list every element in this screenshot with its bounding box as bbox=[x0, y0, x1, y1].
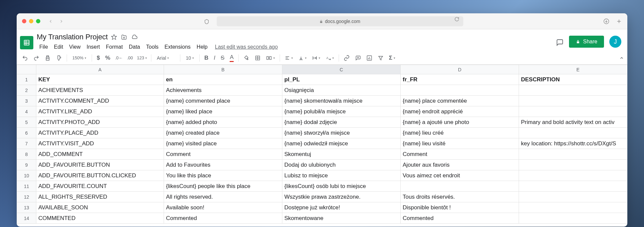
cell[interactable]: Skomentowane bbox=[282, 213, 401, 224]
spreadsheet-grid[interactable]: ABCDE 1KEYenpl_PLfr_FRDESCRIPTION2ACHIEV… bbox=[17, 65, 627, 224]
cell[interactable]: ACTIVITY.COMMENT_ADD bbox=[36, 96, 164, 106]
row-header[interactable]: 8 bbox=[17, 149, 36, 160]
menu-view[interactable]: View bbox=[66, 43, 83, 51]
menu-file[interactable]: File bbox=[37, 43, 51, 51]
cell[interactable]: KEY bbox=[36, 74, 164, 85]
cell[interactable] bbox=[519, 202, 628, 213]
cell[interactable]: ACTIVITY.VISIT_ADD bbox=[36, 138, 164, 149]
cell[interactable]: Comment bbox=[401, 149, 519, 160]
paint-format-button[interactable] bbox=[54, 54, 64, 62]
cell[interactable]: ADD_FAVOURITE.BUTTON.CLICKED bbox=[36, 170, 164, 181]
back-button[interactable] bbox=[48, 18, 53, 25]
downloads-icon[interactable] bbox=[603, 18, 609, 25]
text-wrap-button[interactable] bbox=[310, 54, 322, 62]
row-header[interactable]: 9 bbox=[17, 160, 36, 170]
cell[interactable]: ADD_COMMENT bbox=[36, 149, 164, 160]
cell[interactable]: COMMENTED bbox=[36, 213, 164, 224]
window-minimize-button[interactable] bbox=[29, 19, 33, 23]
decrease-decimal-button[interactable]: .0← bbox=[114, 55, 124, 60]
menu-data[interactable]: Data bbox=[126, 43, 143, 51]
cell[interactable]: You like this place bbox=[164, 170, 282, 181]
cell[interactable]: Tous droits réservés. bbox=[401, 192, 519, 202]
menu-extensions[interactable]: Extensions bbox=[162, 43, 193, 51]
new-tab-icon[interactable] bbox=[616, 18, 622, 25]
cell[interactable]: ACHIEVEMENTS bbox=[36, 85, 164, 96]
menu-format[interactable]: Format bbox=[103, 43, 126, 51]
more-formats-button[interactable]: 123 bbox=[136, 55, 149, 60]
cell[interactable]: key location: https://shottr.cc/s/DXgt/S bbox=[519, 138, 628, 149]
privacy-shield-icon[interactable] bbox=[204, 18, 209, 24]
text-rotation-button[interactable]: A bbox=[324, 54, 336, 62]
cell[interactable]: Commented bbox=[164, 213, 282, 224]
avatar[interactable]: J bbox=[609, 36, 621, 48]
merge-cells-button[interactable] bbox=[264, 54, 277, 62]
comment-history-icon[interactable] bbox=[556, 37, 564, 46]
cell[interactable]: en bbox=[164, 74, 282, 85]
column-header-C[interactable]: C bbox=[282, 65, 401, 74]
insert-link-button[interactable] bbox=[342, 54, 352, 62]
cell[interactable] bbox=[519, 85, 628, 96]
cell[interactable] bbox=[519, 106, 628, 117]
currency-button[interactable]: $ bbox=[95, 53, 102, 63]
filter-button[interactable] bbox=[376, 54, 386, 62]
insert-chart-button[interactable] bbox=[364, 54, 374, 62]
cell[interactable]: {name} stworzył/a miejsce bbox=[282, 128, 401, 138]
horizontal-align-button[interactable] bbox=[283, 54, 295, 62]
fill-color-button[interactable] bbox=[241, 54, 251, 62]
address-bar[interactable]: docs.google.com bbox=[217, 16, 463, 26]
cell[interactable]: {name} odwiedził miejsce bbox=[282, 138, 401, 149]
cell[interactable]: {name} endroit apprécié bbox=[401, 106, 519, 117]
cell[interactable]: Skomentuj bbox=[282, 149, 401, 160]
column-header-E[interactable]: E bbox=[519, 65, 628, 74]
column-header-D[interactable]: D bbox=[401, 65, 519, 74]
cell[interactable]: {name} created place bbox=[164, 128, 282, 138]
document-title[interactable]: My Translation Project bbox=[37, 33, 108, 41]
cell[interactable]: ACTIVITY.PLACE_ADD bbox=[36, 128, 164, 138]
row-header[interactable]: 4 bbox=[17, 106, 36, 117]
redo-button[interactable] bbox=[31, 54, 41, 62]
cell[interactable]: ADD_FAVOURITE.BUTTON bbox=[36, 160, 164, 170]
reload-icon[interactable] bbox=[454, 16, 459, 22]
undo-button[interactable] bbox=[20, 54, 30, 62]
cell[interactable] bbox=[519, 128, 628, 138]
cell[interactable] bbox=[401, 181, 519, 192]
cell[interactable]: Dostępne już wkrótce! bbox=[282, 202, 401, 213]
font-size-select[interactable]: 10 bbox=[183, 55, 197, 61]
cell[interactable]: Achievements bbox=[164, 85, 282, 96]
cell[interactable]: DESCRIPTION bbox=[519, 74, 628, 85]
cell[interactable]: All rights reserved. bbox=[164, 192, 282, 202]
cell[interactable]: fr_FR bbox=[401, 74, 519, 85]
italic-button[interactable]: I bbox=[212, 53, 217, 63]
share-button[interactable]: Share bbox=[569, 36, 604, 48]
menu-edit[interactable]: Edit bbox=[51, 43, 66, 51]
zoom-select[interactable]: 150% bbox=[70, 55, 89, 60]
strikethrough-button[interactable]: S bbox=[219, 53, 226, 63]
cell[interactable] bbox=[519, 149, 628, 160]
insert-comment-button[interactable] bbox=[353, 54, 363, 62]
cell[interactable]: ADD_FAVOURITE.COUNT bbox=[36, 181, 164, 192]
cell[interactable] bbox=[519, 160, 628, 170]
cell[interactable]: Add to Favourites bbox=[164, 160, 282, 170]
cell[interactable]: Osiągnięcia bbox=[282, 85, 401, 96]
row-header[interactable]: 12 bbox=[17, 192, 36, 202]
vertical-align-button[interactable] bbox=[296, 54, 309, 62]
star-icon[interactable] bbox=[111, 34, 117, 40]
cell[interactable]: Wszystkie prawa zastrzeżone. bbox=[282, 192, 401, 202]
cell[interactable]: {likesCount} people like this place bbox=[164, 181, 282, 192]
cell[interactable]: pl_PL bbox=[282, 74, 401, 85]
cell[interactable] bbox=[519, 213, 628, 224]
row-header[interactable]: 13 bbox=[17, 202, 36, 213]
functions-button[interactable]: Σ bbox=[387, 53, 397, 63]
cell[interactable]: Comment bbox=[164, 149, 282, 160]
increase-decimal-button[interactable]: .00 bbox=[126, 55, 134, 60]
menu-help[interactable]: Help bbox=[194, 43, 210, 51]
window-maximize-button[interactable] bbox=[36, 19, 40, 23]
cell[interactable]: AVAILABLE_SOON bbox=[36, 202, 164, 213]
row-header[interactable]: 3 bbox=[17, 96, 36, 106]
row-header[interactable]: 11 bbox=[17, 181, 36, 192]
cell[interactable]: Commented bbox=[401, 213, 519, 224]
cell[interactable] bbox=[519, 192, 628, 202]
last-edit-link[interactable]: Last edit was seconds ago bbox=[215, 44, 278, 50]
forward-button[interactable] bbox=[59, 18, 64, 25]
bold-button[interactable]: B bbox=[202, 53, 210, 63]
